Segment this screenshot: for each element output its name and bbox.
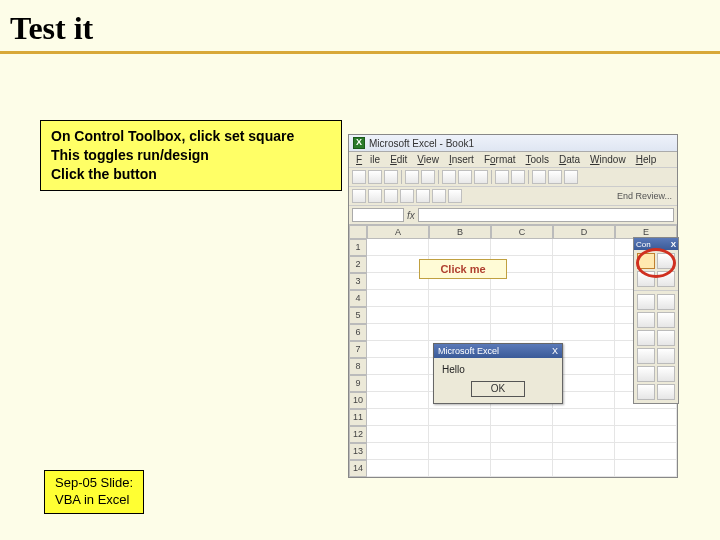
col-header[interactable]: B bbox=[429, 225, 491, 239]
col-header[interactable]: A bbox=[367, 225, 429, 239]
footer-box: Sep-05 Slide: VBA in Excel bbox=[44, 470, 144, 514]
toolbar-print-icon[interactable] bbox=[405, 170, 419, 184]
option-button-control-icon[interactable] bbox=[657, 312, 675, 328]
command-button-control-icon[interactable] bbox=[637, 312, 655, 328]
toolbar-redo-icon[interactable] bbox=[511, 170, 525, 184]
row-header[interactable]: 12 bbox=[349, 426, 367, 443]
msgbox-footer: OK bbox=[434, 379, 562, 403]
ok-button[interactable]: OK bbox=[471, 381, 525, 397]
grid-body: A B C D E Click me Con X bbox=[367, 225, 677, 477]
excel-toolbar-2: End Review... bbox=[349, 187, 677, 206]
menu-view[interactable]: View bbox=[413, 153, 443, 166]
message-box: Microsoft Excel X Hello OK bbox=[433, 343, 563, 404]
toolbar-paste-icon[interactable] bbox=[474, 170, 488, 184]
label-control-icon[interactable] bbox=[657, 366, 675, 382]
excel-window: Microsoft Excel - Book1 File Edit View I… bbox=[348, 134, 678, 478]
row-header[interactable]: 5 bbox=[349, 307, 367, 324]
callout-line-2: This toggles run/design bbox=[51, 146, 331, 165]
formula-bar: fx bbox=[349, 206, 677, 225]
design-mode-icon[interactable] bbox=[637, 253, 655, 269]
toolbar-undo-icon[interactable] bbox=[495, 170, 509, 184]
checkbox-control-icon[interactable] bbox=[637, 294, 655, 310]
toolbar-btn-icon[interactable] bbox=[432, 189, 446, 203]
row-header[interactable]: 11 bbox=[349, 409, 367, 426]
toggle-control-icon[interactable] bbox=[637, 348, 655, 364]
toolbox-titlebar[interactable]: Con X bbox=[634, 238, 678, 250]
row-header[interactable]: 2 bbox=[349, 256, 367, 273]
row-header[interactable]: 3 bbox=[349, 273, 367, 290]
formula-input[interactable] bbox=[418, 208, 674, 222]
excel-logo-icon bbox=[353, 137, 365, 149]
row-header[interactable]: 6 bbox=[349, 324, 367, 341]
combobox-control-icon[interactable] bbox=[657, 330, 675, 346]
toolbar-btn-icon[interactable] bbox=[352, 189, 366, 203]
row-header[interactable]: 13 bbox=[349, 443, 367, 460]
toolbox-controls bbox=[634, 290, 678, 403]
image-control-icon[interactable] bbox=[637, 384, 655, 400]
menu-edit[interactable]: Edit bbox=[386, 153, 411, 166]
callout-line-1: On Control Toolbox, click set square bbox=[51, 127, 331, 146]
col-header[interactable]: D bbox=[553, 225, 615, 239]
toolbar-btn-icon[interactable] bbox=[400, 189, 414, 203]
end-review-label[interactable]: End Review... bbox=[617, 191, 674, 201]
menu-format[interactable]: Format bbox=[480, 153, 520, 166]
row-header[interactable]: 10 bbox=[349, 392, 367, 409]
name-box[interactable] bbox=[352, 208, 404, 222]
row-header[interactable]: 4 bbox=[349, 290, 367, 307]
slide-title: Test it bbox=[10, 10, 704, 47]
menu-tools[interactable]: Tools bbox=[522, 153, 553, 166]
scrollbar-control-icon[interactable] bbox=[637, 366, 655, 382]
menu-file[interactable]: File bbox=[352, 153, 384, 166]
menu-data[interactable]: Data bbox=[555, 153, 584, 166]
click-me-button[interactable]: Click me bbox=[419, 259, 507, 279]
toolbox-body bbox=[634, 250, 678, 290]
row-header[interactable]: 8 bbox=[349, 358, 367, 375]
menu-insert[interactable]: Insert bbox=[445, 153, 478, 166]
toolbox-btn[interactable] bbox=[657, 271, 675, 287]
toolbar-separator bbox=[401, 170, 402, 184]
callout-line-3: Click the button bbox=[51, 165, 331, 184]
close-icon[interactable]: X bbox=[552, 346, 558, 356]
toolbar-new-icon[interactable] bbox=[352, 170, 366, 184]
textbox-control-icon[interactable] bbox=[657, 294, 675, 310]
slide-title-bar: Test it bbox=[0, 0, 720, 54]
toolbar-autosum-icon[interactable] bbox=[548, 170, 562, 184]
toolbar-chart-icon[interactable] bbox=[564, 170, 578, 184]
close-icon[interactable]: X bbox=[671, 240, 676, 249]
more-controls-icon[interactable] bbox=[657, 384, 675, 400]
toolbar-preview-icon[interactable] bbox=[421, 170, 435, 184]
toolbar-btn-icon[interactable] bbox=[368, 189, 382, 203]
toolbar-sort-icon[interactable] bbox=[532, 170, 546, 184]
row-header[interactable]: 14 bbox=[349, 460, 367, 477]
control-toolbox: Con X bbox=[633, 237, 679, 404]
view-code-icon[interactable] bbox=[637, 271, 655, 287]
spreadsheet-grid: 1 2 3 4 5 6 7 8 9 10 11 12 13 14 A B C D… bbox=[349, 225, 677, 477]
properties-icon[interactable] bbox=[657, 253, 675, 269]
row-header[interactable]: 7 bbox=[349, 341, 367, 358]
toolbar-btn-icon[interactable] bbox=[416, 189, 430, 203]
toolbar-separator bbox=[438, 170, 439, 184]
col-header[interactable]: C bbox=[491, 225, 553, 239]
select-all-corner[interactable] bbox=[349, 225, 367, 239]
row-header[interactable]: 1 bbox=[349, 239, 367, 256]
row-header[interactable]: 9 bbox=[349, 375, 367, 392]
msgbox-text: Hello bbox=[434, 358, 562, 379]
excel-toolbar-1 bbox=[349, 168, 677, 187]
row-headers: 1 2 3 4 5 6 7 8 9 10 11 12 13 14 bbox=[349, 225, 367, 477]
toolbar-copy-icon[interactable] bbox=[458, 170, 472, 184]
excel-app-title: Microsoft Excel - Book1 bbox=[369, 138, 474, 149]
msgbox-titlebar[interactable]: Microsoft Excel X bbox=[434, 344, 562, 358]
excel-menubar: File Edit View Insert Format Tools Data … bbox=[349, 152, 677, 168]
toolbox-title: Con bbox=[636, 240, 651, 249]
menu-help[interactable]: Help bbox=[632, 153, 661, 166]
toolbar-btn-icon[interactable] bbox=[384, 189, 398, 203]
toolbar-save-icon[interactable] bbox=[384, 170, 398, 184]
toolbar-open-icon[interactable] bbox=[368, 170, 382, 184]
cell-area[interactable]: Click me Con X bbox=[367, 239, 677, 477]
menu-window[interactable]: Window bbox=[586, 153, 630, 166]
toolbar-btn-icon[interactable] bbox=[448, 189, 462, 203]
toolbar-cut-icon[interactable] bbox=[442, 170, 456, 184]
listbox-control-icon[interactable] bbox=[637, 330, 655, 346]
spin-control-icon[interactable] bbox=[657, 348, 675, 364]
fx-icon[interactable]: fx bbox=[407, 210, 415, 221]
